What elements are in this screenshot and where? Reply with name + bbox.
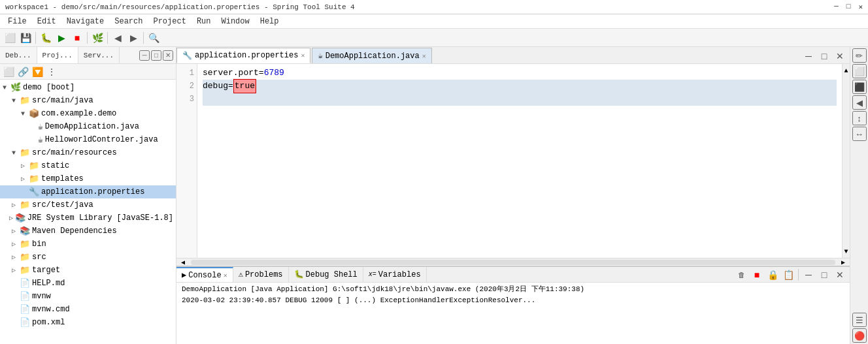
toolbar: ⬜ 💾 🐛 ▶ ■ 🌿 ◀ ▶ 🔍 <box>0 29 868 47</box>
tree-item-static[interactable]: ▷📁static <box>0 159 176 172</box>
far-right-btn-1[interactable]: ✏ <box>852 48 867 63</box>
debug-btn[interactable]: 🐛 <box>39 31 53 45</box>
tree-label-HelloworldControler: HelloworldControler.java <box>45 135 158 144</box>
tree-icon-mvnw-cmd: 📄 <box>20 304 30 315</box>
tree-item-src-main-java[interactable]: ▼📁src/main/java <box>0 94 176 107</box>
tree-item-src[interactable]: ▷📁src <box>0 251 176 264</box>
next-btn[interactable]: ▶ <box>126 31 141 45</box>
far-right-btn-4[interactable]: ◀ <box>852 95 867 110</box>
scroll-up-btn[interactable]: ▲ <box>843 64 850 77</box>
tree-item-jre-system[interactable]: ▷📚JRE System Library [JavaSE-1.8] <box>0 211 176 225</box>
tree-item-target[interactable]: ▷📁target <box>0 264 176 277</box>
console-close-btn[interactable]: ✕ <box>833 268 847 282</box>
tree-item-DemoApplication[interactable]: ☕DemoApplication.java <box>0 120 176 133</box>
panel-minimize-btn[interactable]: ─ <box>139 50 150 61</box>
editor-minimize-btn[interactable]: ─ <box>801 49 816 63</box>
panel-tab-project[interactable]: Proj... <box>37 47 78 63</box>
tree-item-application-properties[interactable]: 🔧application.properties <box>0 185 176 198</box>
horizontal-scrollbar[interactable]: ◀ ▶ <box>176 258 850 266</box>
tree-item-src-main-resources[interactable]: ▼📁src/main/resources <box>0 146 176 159</box>
tree-label-com-example-demo: com.example.demo <box>41 109 116 118</box>
menu-run[interactable]: Run <box>192 16 216 27</box>
bottom-tab-problems[interactable]: ⚠ Problems <box>233 267 289 282</box>
collapse-all-btn[interactable]: ⬜ <box>1 65 16 79</box>
minimize-btn[interactable]: ─ <box>834 3 839 11</box>
editor-close-btn[interactable]: ✕ <box>833 49 847 63</box>
maximize-btn[interactable]: □ <box>846 3 851 11</box>
code-keyword-1: server.port= <box>203 67 264 80</box>
close-btn[interactable]: ✕ <box>858 3 863 11</box>
console-copy-btn[interactable]: 📋 <box>781 268 795 282</box>
properties-tab-icon: 🔧 <box>182 51 192 61</box>
tree-item-pom-xml[interactable]: 📄pom.xml <box>0 316 176 329</box>
code-editor[interactable]: server.port=6789 debug=true <box>197 64 842 258</box>
far-right-btn-3[interactable]: ⬛ <box>852 80 867 94</box>
menu-file[interactable]: File <box>3 16 32 27</box>
menu-edit[interactable]: Edit <box>32 16 61 27</box>
editor-tab-java[interactable]: ☕ DemoApplication.java ✕ <box>312 48 431 63</box>
scroll-right-btn[interactable]: ▶ <box>837 258 850 266</box>
tree-item-demo[interactable]: ▼🌿demo [boot] <box>0 81 176 94</box>
editor-tab-properties[interactable]: 🔧 application.properties ✕ <box>176 48 310 63</box>
tree-item-bin[interactable]: ▷📁bin <box>0 238 176 251</box>
far-right-btn-6[interactable]: ↔ <box>852 127 867 141</box>
console-scroll-lock-btn[interactable]: 🔒 <box>765 268 780 282</box>
tree-item-maven-deps[interactable]: ▷📚Maven Dependencies <box>0 225 176 238</box>
bottom-tab-debug-shell[interactable]: 🐛 Debug Shell <box>289 267 363 282</box>
far-right-btn-2[interactable]: ⬜ <box>852 64 867 78</box>
tree-icon-src-main-java: 📁 <box>20 95 30 106</box>
tree-item-HelloworldControler[interactable]: ☕HelloworldControler.java <box>0 133 176 146</box>
menu-window[interactable]: Window <box>216 16 254 27</box>
far-right-btn-7[interactable]: ☰ <box>852 313 867 327</box>
scroll-left-btn[interactable]: ◀ <box>176 258 190 266</box>
far-right-btn-5[interactable]: ↕ <box>852 111 867 125</box>
java-tab-label: DemoApplication.java <box>326 52 420 61</box>
bottom-tab-variables[interactable]: x= Variables <box>363 267 427 282</box>
vertical-scrollbar[interactable]: ▲ ▼ <box>842 64 850 258</box>
java-tab-close[interactable]: ✕ <box>422 52 426 60</box>
spring-btn[interactable]: 🌿 <box>90 31 105 45</box>
console-sep <box>798 269 799 281</box>
tree-item-mvnw[interactable]: 📄mvnw <box>0 290 176 303</box>
left-panel: Deb... Proj... Serv... ─ □ ✕ ⬜ 🔗 🔽 ⋮ ▼🌿d… <box>0 47 176 344</box>
sep2 <box>87 32 88 44</box>
tree-icon-com-example-demo: 📦 <box>29 108 39 119</box>
panel-maximize-btn[interactable]: □ <box>151 50 161 61</box>
far-right-panel: ✏ ⬜ ⬛ ◀ ↕ ↔ ☰ 🔴 <box>850 47 868 344</box>
tree-icon-target: 📁 <box>20 265 30 275</box>
menu-help[interactable]: Help <box>255 16 284 27</box>
tree-item-templates[interactable]: ▷📁templates <box>0 172 176 185</box>
tree-item-src-test-java[interactable]: ▷📁src/test/java <box>0 198 176 211</box>
tree-item-HELP-md[interactable]: 📄HELP.md <box>0 277 176 290</box>
search-btn[interactable]: 🔍 <box>146 31 161 45</box>
prev-btn[interactable]: ◀ <box>110 31 125 45</box>
filter-btn[interactable]: 🔽 <box>30 65 44 79</box>
editor-maximize-btn[interactable]: □ <box>817 49 831 63</box>
console-maximize-btn[interactable]: □ <box>817 268 831 282</box>
console-minimize-btn[interactable]: ─ <box>801 268 816 282</box>
panel-tab-servers[interactable]: Serv... <box>78 47 120 63</box>
bottom-tab-console[interactable]: ▶ Console ✕ <box>176 267 233 282</box>
variables-icon: x= <box>369 271 376 278</box>
menu-navigate[interactable]: Navigate <box>61 16 110 27</box>
menu-search[interactable]: Search <box>109 16 148 27</box>
stop-btn[interactable]: ■ <box>70 31 84 45</box>
new-btn[interactable]: ⬜ <box>3 31 17 45</box>
title-text: workspace1 - demo/src/main/resources/app… <box>5 3 355 11</box>
save-btn[interactable]: 💾 <box>18 31 33 45</box>
far-right-btn-8[interactable]: 🔴 <box>852 328 867 343</box>
console-stop-btn[interactable]: ■ <box>750 268 764 282</box>
panel-tab-debug[interactable]: Deb... <box>0 47 37 63</box>
tree-item-com-example-demo[interactable]: ▼📦com.example.demo <box>0 107 176 120</box>
console-clear-btn[interactable]: 🗑 <box>734 268 748 282</box>
menu-bar: File Edit Navigate Search Project Run Wi… <box>0 14 868 29</box>
link-editor-btn[interactable]: 🔗 <box>16 65 30 79</box>
tree-icon-src-main-resources: 📁 <box>20 148 30 158</box>
panel-close-btn[interactable]: ✕ <box>163 50 173 61</box>
tree-item-mvnw-cmd[interactable]: 📄mvnw.cmd <box>0 303 176 316</box>
menu-project[interactable]: Project <box>148 16 191 27</box>
scroll-down-btn[interactable]: ▼ <box>843 245 850 258</box>
panel-menu-btn[interactable]: ⋮ <box>44 65 59 79</box>
run-btn[interactable]: ▶ <box>54 31 69 45</box>
properties-tab-close[interactable]: ✕ <box>301 52 305 59</box>
